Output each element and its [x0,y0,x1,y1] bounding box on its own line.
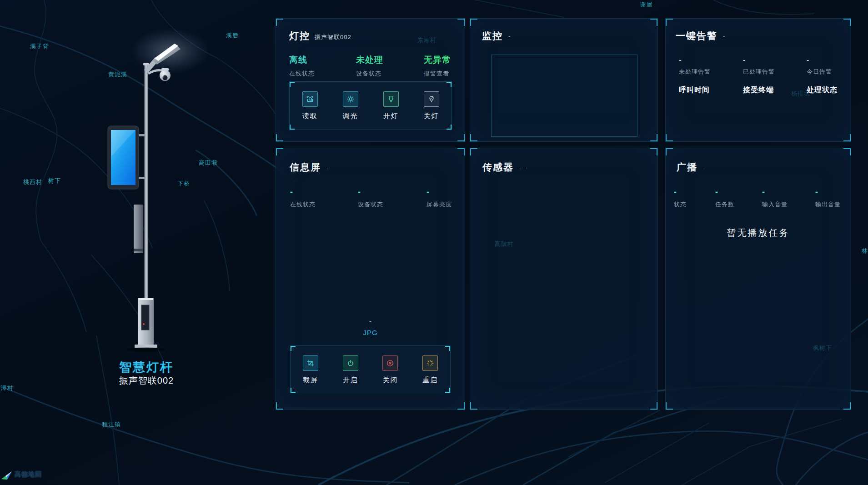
light-on-button[interactable]: 开灯 [371,82,411,130]
stat-online-status: - 在线状态 [290,187,316,209]
stat-label: 已处理告警 [743,68,775,76]
panel-title-suffix: - [723,33,726,40]
map-label: 溪子背 [30,42,49,50]
button-label: 开灯 [383,112,399,120]
stat-label: 状态 [674,200,687,209]
panel-title-text: 灯控 [289,30,310,41]
stat-value: - [715,187,734,197]
restart-button[interactable]: 重启 [410,346,450,393]
panel-title-suffix: - [326,164,330,171]
stat-value: - [679,56,711,64]
stat-value: - [290,187,316,197]
info-screen-button-box: 截屏 开启 [290,345,451,393]
stat-device-status: - 设备状态 [358,187,383,209]
stat-value: 离线 [289,54,315,66]
screenshot-icon [303,355,318,371]
panel-title-suffix: - [703,164,706,171]
panel-monitor-title: 监控- [482,30,512,42]
panel-title-text: 一键告警 [676,30,717,41]
read-icon [302,91,318,107]
stat-alarm-view: 无异常 报警查看 [424,54,451,78]
panel-sensor: 传感器- - [470,148,658,410]
panel-title-text: 传感器 [482,162,514,172]
map-label: 杨排坑 [791,90,810,98]
monitor-video-placeholder [491,55,637,137]
media-value: - [276,317,465,325]
alarm-column-call-time: 呼叫时间 [679,85,710,95]
restart-icon [422,355,438,371]
stat-value: - [815,187,841,197]
alarm-column-receive-terminal: 接受终端 [743,85,774,95]
panel-alarm: 一键告警- - 未处理告警 - 已处理告警 - 今日告警 呼叫时间 接受终端 处… [665,18,851,142]
stat-broadcast-status: - 状态 [674,187,687,209]
screenshot-button[interactable]: 截屏 [291,346,331,393]
panel-alarm-title: 一键告警- [676,30,726,42]
map-label: 林 [862,247,868,255]
smart-lamp-dashboard: 谢屋溪子背黄泥溪溪唇东厢村高田塅桃西村树下下桥杨排坑高陂村芦潭村程江镇枫树下林 … [0,0,868,485]
map-label: 下桥 [177,180,190,188]
panel-monitor: 监控- [470,18,658,142]
device-name: 振声智联002 [315,34,351,40]
stat-device-status: 未处理 设备状态 [356,54,383,78]
button-label: 关灯 [424,112,439,120]
button-label: 开启 [343,376,358,385]
stat-handled-alarms: - 已处理告警 [743,56,775,76]
read-button[interactable]: 读取 [290,82,330,130]
lamp-glow [131,28,208,74]
light-off-button[interactable]: 关灯 [411,82,452,130]
panel-title-text: 信息屏 [290,162,321,172]
panel-title-text: 广播 [677,162,697,172]
map-label: 程江镇 [102,420,121,429]
map-label: 黄泥溪 [108,70,127,79]
map-label: 高陂村 [495,240,514,248]
stat-label: 在线状态 [290,200,316,209]
stat-label: 未处理告警 [679,68,711,76]
panel-title-suffix: - - [519,164,529,171]
button-label: 读取 [302,112,318,120]
map-label: 谢屋 [640,0,653,9]
stat-label: 今日告警 [807,68,832,76]
stat-value: - [426,187,452,197]
stat-today-alarms: - 今日告警 [807,56,832,76]
stat-task-count: - 任务数 [715,187,734,209]
broadcast-empty-text: 暂无播放任务 [666,227,851,239]
power-on-button[interactable]: 开启 [331,346,371,393]
stat-screen-brightness: - 屏幕亮度 [426,187,452,209]
amap-logo[interactable]: 高德地图 [1,469,42,480]
stat-value: - [807,56,832,64]
map-label: 高田塅 [199,159,218,167]
light-on-icon [383,91,399,107]
stat-value: - [762,187,788,197]
stat-value: 无异常 [424,54,451,66]
light-off-icon [424,91,439,107]
media-block: - JPG [276,317,465,336]
stat-label: 在线状态 [289,70,315,78]
map-label: 桃西村 [23,178,42,186]
stat-value: - [743,56,775,64]
close-icon [382,355,398,371]
map-label: 芦潭村 [0,384,14,392]
map-label: 枫树下 [813,344,832,352]
media-format: JPG [276,329,465,336]
button-label: 重启 [422,376,438,385]
button-label: 截屏 [303,376,318,385]
button-label: 关闭 [382,376,398,385]
dim-icon [343,91,358,107]
alarm-column-handle-status: 处理状态 [807,85,838,95]
light-control-button-box: 读取 调光 [289,81,452,130]
stat-online-status: 离线 在线状态 [289,54,315,78]
lamp-title: 智慧灯杆 [96,359,196,375]
stat-label: 报警查看 [424,70,451,78]
panel-info-screen-title: 信息屏- [290,161,330,174]
close-button[interactable]: 关闭 [371,346,411,393]
panel-light-control: 灯控振声智联002 离线 在线状态 未处理 设备状态 无异常 报警查看 [276,18,465,142]
panel-light-control-title: 灯控振声智联002 [289,30,351,42]
map-label: 东厢村 [417,36,437,45]
stat-value: - [674,187,687,197]
dim-button[interactable]: 调光 [330,82,371,130]
stat-value: 未处理 [356,54,383,66]
stat-output-volume: - 输出音量 [815,187,841,209]
panel-info-screen: 信息屏- - 在线状态 - 设备状态 - 屏幕亮度 - JPG [276,148,465,410]
map-label: 树下 [48,177,61,185]
panel-sensor-title: 传感器- - [482,161,529,174]
